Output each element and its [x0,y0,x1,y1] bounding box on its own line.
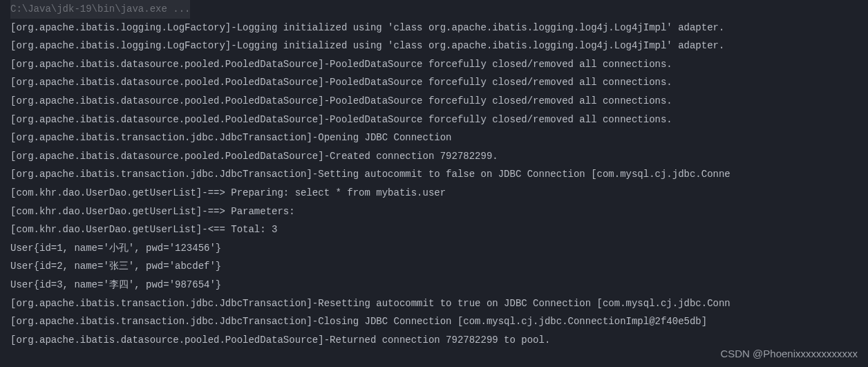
log-line: [org.apache.ibatis.transaction.jdbc.Jdbc… [10,129,858,147]
log-line: User{id=3, name='李四', pwd='987654'} [10,276,858,294]
log-line: [org.apache.ibatis.datasource.pooled.Poo… [10,92,858,111]
log-line: [org.apache.ibatis.logging.LogFactory]-L… [10,37,858,55]
log-line: User{id=1, name='小孔', pwd='123456'} [10,239,858,258]
log-line: [org.apache.ibatis.datasource.pooled.Poo… [10,55,858,74]
log-line: [org.apache.ibatis.transaction.jdbc.Jdbc… [10,165,858,184]
watermark-text: CSDN @Phoenixxxxxxxxxxxx [720,344,858,364]
console-output[interactable]: C:\Java\jdk-19\bin\java.exe ... [org.apa… [0,0,868,349]
log-line: [com.khr.dao.UserDao.getUserList]-==> Pa… [10,203,858,221]
console-header: C:\Java\jdk-19\bin\java.exe ... [10,0,190,19]
log-line: [com.khr.dao.UserDao.getUserList]-<== To… [10,220,858,239]
log-line: [org.apache.ibatis.datasource.pooled.Poo… [10,73,858,92]
log-line: [org.apache.ibatis.transaction.jdbc.Jdbc… [10,294,858,313]
log-line: [org.apache.ibatis.transaction.jdbc.Jdbc… [10,312,858,331]
log-line: [org.apache.ibatis.logging.LogFactory]-L… [10,19,858,37]
log-line: User{id=2, name='张三', pwd='abcdef'} [10,257,858,276]
log-line: [com.khr.dao.UserDao.getUserList]-==> Pr… [10,184,858,203]
log-line: [org.apache.ibatis.datasource.pooled.Poo… [10,147,858,166]
log-line: [org.apache.ibatis.datasource.pooled.Poo… [10,111,858,129]
